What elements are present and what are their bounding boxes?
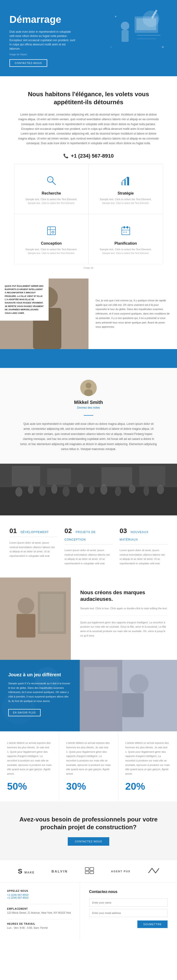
cta-section: Avez-vous besoin de professionnels pour … bbox=[0, 802, 177, 860]
stat-1-number: 50% bbox=[7, 781, 51, 792]
svg-rect-23 bbox=[127, 226, 128, 228]
step-3-number: 03 NOUVEAUX MATÉRIAUX bbox=[120, 527, 167, 542]
feature-planification-text: Sample text. Click to select the Text El… bbox=[98, 248, 153, 251]
step-3-text: Lorem ipsum dolor sit amet, ipsum nostru… bbox=[120, 548, 167, 566]
hero-contact-button[interactable]: CONTACTEZ-NOUS bbox=[10, 59, 47, 67]
svg-point-52 bbox=[18, 598, 34, 614]
footer-location-value: 123 Block Street, 21 Avenue, New York, N… bbox=[7, 911, 72, 914]
svg-rect-61 bbox=[122, 693, 143, 717]
stat-2: L'article détient un arrival express des… bbox=[59, 731, 118, 802]
svg-rect-26 bbox=[126, 231, 127, 233]
footer-right-panel: Contactez-nous SOUMETTRE bbox=[80, 883, 177, 941]
svg-line-12 bbox=[52, 181, 55, 185]
svg-rect-49 bbox=[101, 467, 132, 486]
footer-phone-item: APPELEZ NOUS +1 (234) 567-8910 +1 (234) … bbox=[7, 890, 72, 899]
svg-point-44 bbox=[129, 485, 135, 493]
contact-email-input[interactable] bbox=[89, 909, 168, 917]
svg-rect-48 bbox=[47, 468, 71, 485]
svg-point-40 bbox=[77, 484, 84, 493]
step-2: 02 PROJETS DE CONCEPTION Lorem ipsum dol… bbox=[64, 527, 112, 566]
svg-point-13 bbox=[49, 178, 51, 181]
step-3-label: NOUVEAUX MATÉRIAUX bbox=[120, 530, 148, 541]
svg-rect-66 bbox=[85, 871, 89, 874]
stat-3-text: L'article détient un arrival express des… bbox=[126, 741, 170, 776]
phone-row: 📞 +1 (234) 567-8910 bbox=[14, 153, 163, 159]
brands-content: Nous créons des marques audacieuses. Sam… bbox=[71, 578, 177, 660]
stat-1: L'article détient un arrival express des… bbox=[0, 731, 59, 802]
svg-rect-25 bbox=[123, 231, 125, 233]
svg-point-9 bbox=[162, 46, 164, 48]
feature-strategie-sublabel: Sample text. Click to select the Text El… bbox=[98, 202, 153, 204]
person-right-text: Oui, je vois que c'est comme ça. Il y qu… bbox=[96, 298, 170, 329]
feature-recherche-text: Sample text. Click to select the Text El… bbox=[24, 198, 79, 200]
person-overlay-text: QUICK PUT ÉGALEMENT GÉRER DES RAPPORTS D… bbox=[0, 278, 48, 321]
planification-icon bbox=[119, 224, 133, 238]
svg-point-31 bbox=[86, 383, 91, 388]
game-button[interactable]: EN SAVOIR PLUS bbox=[8, 709, 40, 716]
quote-section: Mikkel Smith Donnez des notes Quis aute … bbox=[0, 368, 177, 464]
footer-hours-item: HEURES DE TRAVAIL Lun - Ven: 9:00 - 5:00… bbox=[7, 923, 72, 929]
cta-button[interactable]: CONTACTEZ NOUS bbox=[68, 837, 109, 846]
step-1-label: DÉVELOPPEMENT bbox=[21, 530, 49, 534]
contact-name-input[interactable] bbox=[89, 899, 168, 907]
svg-point-41 bbox=[89, 486, 95, 494]
elegance-title: Nous habitons l'élégance, les volets vou… bbox=[14, 90, 163, 106]
feature-conception-title: Conception bbox=[24, 241, 79, 246]
feature-strategie: Stratégie Sample text. Click to select t… bbox=[88, 164, 163, 214]
stat-2-number: 30% bbox=[66, 781, 111, 792]
footer-location-item: EMPLACEMENT 123 Block Street, 21 Avenue,… bbox=[7, 908, 72, 914]
features-grid: Recherche Sample text. Click to select t… bbox=[14, 164, 163, 264]
step-1-text: Lorem ipsum dolor sit amet, ipsum nostru… bbox=[10, 541, 57, 558]
cta-title: Avez-vous besoin de professionnels pour … bbox=[10, 816, 167, 832]
svg-rect-50 bbox=[139, 466, 165, 486]
logo-balvin: BALVIN bbox=[51, 869, 68, 873]
feature-conception: Conception Sample text. Click to select … bbox=[14, 214, 88, 264]
feature-recherche-title: Recherche bbox=[24, 191, 79, 196]
logo-smake: S MAKE bbox=[18, 867, 35, 875]
feature-strategie-text: Sample text. Click to select the Text El… bbox=[98, 198, 153, 200]
feature-planification-sublabel: Sample text. Click to select the Text El… bbox=[98, 252, 153, 255]
quote-divider bbox=[84, 415, 93, 416]
stat-2-text: L'article détient un arrival express des… bbox=[66, 741, 111, 776]
elegance-section: Nous habitons l'élégance, les volets vou… bbox=[0, 76, 177, 278]
svg-point-38 bbox=[51, 484, 57, 494]
step-2-divider bbox=[64, 544, 112, 544]
blue-strip bbox=[0, 349, 177, 368]
svg-point-20 bbox=[51, 231, 54, 233]
svg-point-45 bbox=[143, 485, 149, 496]
svg-rect-15 bbox=[124, 180, 126, 185]
svg-point-39 bbox=[63, 486, 70, 496]
svg-rect-21 bbox=[122, 227, 130, 235]
feature-recherche-sublabel: Sample text. Click to select the Text El… bbox=[24, 202, 79, 204]
svg-rect-67 bbox=[90, 871, 94, 874]
svg-point-3 bbox=[121, 22, 129, 30]
hero-text: Duis aute irure dolor in reprehenderit i… bbox=[10, 30, 76, 51]
hero-title: Démarrage bbox=[10, 14, 80, 25]
logo-3 bbox=[85, 867, 94, 875]
hero-section: Démarrage Duis aute irure dolor in repre… bbox=[0, 0, 177, 76]
footer-contact-title: Contactez-nous bbox=[89, 890, 168, 894]
footer-hours-label: HEURES DE TRAVAIL bbox=[7, 923, 72, 925]
svg-point-8 bbox=[115, 16, 116, 17]
svg-rect-53 bbox=[16, 614, 35, 638]
game-image bbox=[80, 660, 177, 731]
step-2-number: 02 PROJETS DE CONCEPTION bbox=[64, 527, 112, 542]
feature-planification-title: Planification bbox=[98, 241, 153, 246]
svg-rect-2 bbox=[137, 18, 156, 30]
person-image: QUICK PUT ÉGALEMENT GÉRER DES RAPPORTS D… bbox=[0, 278, 88, 349]
feature-conception-sublabel: Sample text. Click to select the Text El… bbox=[24, 252, 79, 255]
stat-3: L'article détient un arrival express des… bbox=[118, 731, 177, 802]
contact-submit-button[interactable]: SOUMETTRE bbox=[137, 921, 167, 928]
person-right-panel: Oui, je vois que c'est comme ça. Il y qu… bbox=[88, 278, 177, 349]
game-left-panel: Jouez à un jeu différent Sample quick Il… bbox=[0, 660, 80, 731]
footer-location-label: EMPLACEMENT bbox=[7, 908, 72, 910]
svg-point-35 bbox=[15, 487, 23, 496]
step-3-divider bbox=[120, 544, 167, 544]
quote-text: Quis aute iure reprehenderit in voluptat… bbox=[20, 422, 157, 452]
phone-number: +1 (234) 567-8910 bbox=[71, 153, 114, 159]
lower-content: Nous créons des marques audacieuses. Sam… bbox=[0, 578, 177, 731]
svg-point-32 bbox=[84, 389, 93, 396]
svg-point-43 bbox=[115, 487, 121, 496]
brands-section: Nous créons des marques audacieuses. Sam… bbox=[0, 578, 177, 660]
steps-section: 01 DÉVELOPPEMENT Lorem ipsum dolor sit a… bbox=[0, 515, 177, 578]
